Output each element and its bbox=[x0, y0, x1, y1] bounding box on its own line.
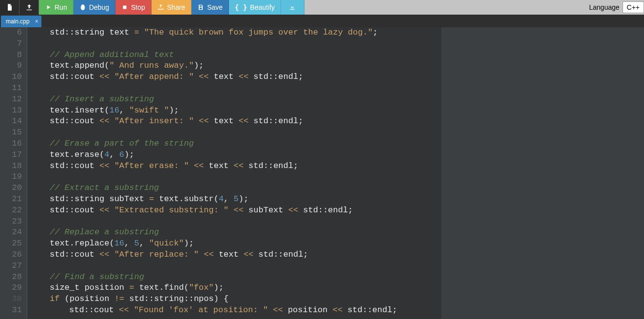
line-number: 7 bbox=[0, 38, 22, 50]
tab-bar: main.cpp × bbox=[0, 15, 644, 27]
line-number: 28 bbox=[0, 272, 22, 283]
code-line[interactable]: std::cout << "After append: " << text <<… bbox=[30, 72, 644, 83]
toolbar: Run Debug Stop Share Save { } Beautify L… bbox=[0, 0, 644, 15]
braces-icon: { } bbox=[235, 3, 247, 11]
save-button[interactable]: Save bbox=[191, 0, 229, 15]
code-line[interactable] bbox=[30, 38, 644, 50]
line-number: 13 bbox=[0, 105, 22, 116]
share-button[interactable]: Share bbox=[152, 0, 191, 15]
beautify-label: Beautify bbox=[250, 3, 275, 11]
code-line[interactable]: std::cout << "After replace: " << text <… bbox=[30, 249, 644, 261]
beautify-button[interactable]: { } Beautify bbox=[229, 0, 281, 15]
stop-button[interactable]: Stop bbox=[115, 0, 152, 15]
code-line[interactable]: std::string text = "The quick brown fox … bbox=[30, 27, 644, 38]
code-line[interactable] bbox=[30, 83, 644, 94]
code-content[interactable]: std::string text = "The quick brown fox … bbox=[27, 27, 644, 316]
code-line[interactable] bbox=[30, 216, 644, 227]
code-line[interactable] bbox=[30, 127, 644, 138]
run-button[interactable]: Run bbox=[39, 0, 74, 15]
share-icon bbox=[157, 4, 164, 11]
share-label: Share bbox=[167, 3, 185, 11]
line-number: 19 bbox=[0, 171, 22, 183]
code-line[interactable]: std::cout << "After erase: " << text << … bbox=[30, 161, 644, 172]
line-number: 8 bbox=[0, 50, 22, 61]
line-number: 12 bbox=[0, 94, 22, 105]
line-number: 15 bbox=[0, 127, 22, 138]
language-label: Language bbox=[586, 3, 622, 11]
code-editor[interactable]: 6789101112131415161718192021222324252627… bbox=[0, 27, 644, 319]
line-number: 14 bbox=[0, 116, 22, 127]
download-icon bbox=[289, 4, 296, 11]
line-number: 21 bbox=[0, 194, 22, 205]
line-number: 23 bbox=[0, 216, 22, 227]
line-number: 29 bbox=[0, 282, 22, 294]
line-number: 31 bbox=[0, 305, 22, 316]
play-icon bbox=[45, 4, 52, 11]
line-number: 18 bbox=[0, 161, 22, 172]
debug-icon bbox=[79, 4, 86, 11]
code-line[interactable]: std::cout << "Extracted substring: " << … bbox=[30, 205, 644, 216]
code-area[interactable]: std::string text = "The quick brown fox … bbox=[27, 27, 644, 319]
tab-label: main.cpp bbox=[6, 18, 30, 25]
line-number: 16 bbox=[0, 138, 22, 150]
line-number: 26 bbox=[0, 249, 22, 261]
code-line[interactable]: text.insert(16, "swift "); bbox=[30, 105, 644, 116]
code-line[interactable]: // Extract a substring bbox=[30, 183, 644, 194]
code-line[interactable]: text.erase(4, 6); bbox=[30, 150, 644, 161]
code-line[interactable] bbox=[30, 171, 644, 183]
stop-icon bbox=[121, 4, 128, 11]
download-button[interactable] bbox=[281, 0, 304, 15]
line-number: 24 bbox=[0, 227, 22, 238]
code-line[interactable] bbox=[30, 261, 644, 272]
code-line[interactable]: text.replace(16, 5, "quick"); bbox=[30, 238, 644, 249]
debug-button[interactable]: Debug bbox=[74, 0, 115, 15]
code-line[interactable]: // Replace a substring bbox=[30, 227, 644, 238]
code-line[interactable]: // Append additional text bbox=[30, 50, 644, 61]
run-label: Run bbox=[55, 3, 67, 11]
stop-label: Stop bbox=[131, 3, 145, 11]
line-number: 11 bbox=[0, 83, 22, 94]
close-icon[interactable]: × bbox=[35, 18, 38, 25]
code-line[interactable]: std::cout << "Found 'fox' at position: "… bbox=[30, 305, 644, 316]
code-line[interactable]: if (position != std::string::npos) { bbox=[30, 294, 644, 305]
line-number: 30 bbox=[0, 294, 22, 305]
svg-rect-0 bbox=[123, 6, 126, 9]
new-file-button[interactable] bbox=[0, 0, 19, 15]
code-line[interactable]: text.append(" And runs away."); bbox=[30, 60, 644, 72]
line-number: 25 bbox=[0, 238, 22, 249]
code-line[interactable]: std::string subText = text.substr(4, 5); bbox=[30, 194, 644, 205]
line-number: 27 bbox=[0, 261, 22, 272]
code-line[interactable]: // Insert a substring bbox=[30, 94, 644, 105]
language-selector[interactable]: Language C++ bbox=[586, 0, 644, 15]
line-number: 10 bbox=[0, 72, 22, 83]
line-number: 22 bbox=[0, 205, 22, 216]
line-number-gutter: 6789101112131415161718192021222324252627… bbox=[0, 27, 27, 319]
tab-main-cpp[interactable]: main.cpp × bbox=[1, 16, 41, 27]
line-number: 17 bbox=[0, 150, 22, 161]
line-number: 20 bbox=[0, 183, 22, 194]
language-value[interactable]: C++ bbox=[623, 1, 644, 13]
code-line[interactable]: std::cout << "After insert: " << text <<… bbox=[30, 116, 644, 127]
code-line[interactable]: // Erase a part of the string bbox=[30, 138, 644, 150]
line-number: 9 bbox=[0, 60, 22, 72]
save-label: Save bbox=[207, 3, 223, 11]
upload-button[interactable] bbox=[19, 0, 39, 15]
code-line[interactable]: size_t position = text.find("fox"); bbox=[30, 282, 644, 294]
line-number: 6 bbox=[0, 27, 22, 38]
code-line[interactable]: // Find a substring bbox=[30, 272, 644, 283]
debug-label: Debug bbox=[89, 3, 109, 11]
save-icon bbox=[197, 4, 204, 11]
